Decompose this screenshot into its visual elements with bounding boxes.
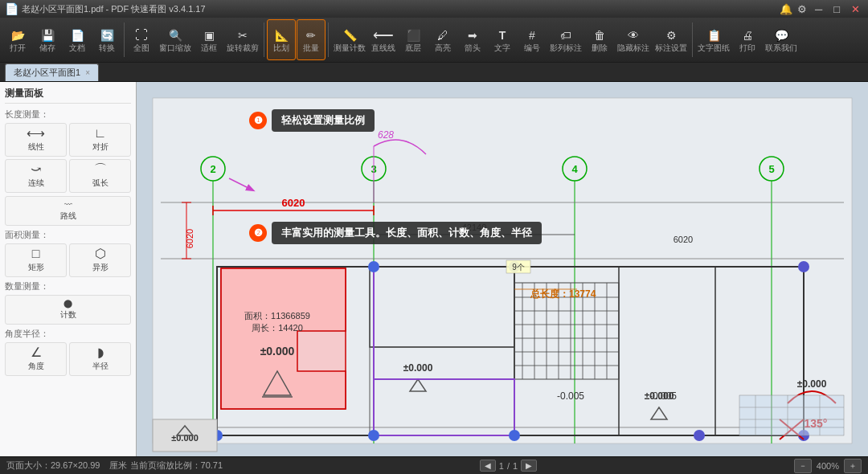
page-size-label: 页面大小：29.67×20.99 xyxy=(6,460,100,472)
tool-angle[interactable]: ∠ 角度 xyxy=(5,342,67,376)
zoom-out-button[interactable]: － xyxy=(794,459,812,473)
svg-rect-81 xyxy=(153,419,217,452)
svg-point-11 xyxy=(760,157,784,181)
toolbar-number[interactable]: # 编号 xyxy=(518,19,547,60)
settings-icon[interactable]: ⚙ xyxy=(797,3,807,15)
svg-text:2: 2 xyxy=(210,163,215,175)
toolbar-measure[interactable]: 📐 比划 xyxy=(267,19,296,60)
maximize-icon[interactable]: □ xyxy=(830,3,843,15)
tool-count[interactable]: ⬤ 计数 xyxy=(5,295,131,325)
toolbar-doc[interactable]: 📄 文档 xyxy=(63,19,92,60)
next-page-button[interactable]: ▶ xyxy=(521,460,537,472)
delete-icon: 🗑 xyxy=(592,27,608,43)
tool-rect-label: 矩形 xyxy=(28,262,44,273)
toolbar-drawline[interactable]: 📏 测量计数 xyxy=(331,19,368,60)
tool-continuous-label: 连续 xyxy=(28,178,44,189)
tool-route[interactable]: 〰 路线 xyxy=(5,196,131,226)
toolbar-convert[interactable]: 🔄 转换 xyxy=(92,19,121,60)
zoom-level: 400% xyxy=(817,461,839,471)
callout-1-text: 轻松设置测量比例 xyxy=(272,109,375,132)
toolbar-delete[interactable]: 🗑 删除 xyxy=(585,19,614,60)
toolbar-text[interactable]: T 文字 xyxy=(488,19,517,60)
tool-freeform[interactable]: ⬡ 异形 xyxy=(69,243,131,277)
svg-text:6020: 6020 xyxy=(674,235,693,244)
svg-point-66 xyxy=(368,261,379,272)
save-icon: 💾 xyxy=(39,27,55,43)
angle-icon: ∠ xyxy=(31,346,42,359)
toolbar-straightline[interactable]: ⟵ 直线线 xyxy=(369,19,398,60)
toolbar-open[interactable]: 📂 打开 xyxy=(3,19,32,60)
page-current: 1 xyxy=(499,461,504,471)
tab-close[interactable]: × xyxy=(85,68,90,77)
svg-rect-74 xyxy=(506,260,530,273)
svg-text:±0.000: ±0.000 xyxy=(171,433,199,443)
area-icon: ⬛ xyxy=(405,27,421,43)
close-icon[interactable]: ✕ xyxy=(848,3,863,15)
tool-arclength[interactable]: ⌒ 弧长 xyxy=(69,159,131,193)
toolbar-fullscreen[interactable]: ⛶ 全图 xyxy=(127,19,156,60)
titlebar-left: 📄 老赵小区平面图1.pdf - PDF 快速看图 v3.4.1.17 xyxy=(5,2,206,15)
toolbar-window-label: 窗口缩放 xyxy=(159,44,191,52)
shadow-icon: 🏷 xyxy=(558,27,574,43)
toolbar-save[interactable]: 💾 储存 xyxy=(33,19,62,60)
window-icon: 🔍 xyxy=(167,27,183,43)
toolbar-convert-label: 转换 xyxy=(99,44,115,52)
titlebar: 📄 老赵小区平面图1.pdf - PDF 快速看图 v3.4.1.17 🔔 ⚙ … xyxy=(0,0,868,18)
svg-line-79 xyxy=(780,419,804,439)
toolbar-fitframe[interactable]: ▣ 适框 xyxy=(194,19,223,60)
prev-page-button[interactable]: ◀ xyxy=(480,460,496,472)
number-icon: # xyxy=(524,27,540,43)
svg-marker-32 xyxy=(221,268,346,409)
toolbar-marksettings[interactable]: ⚙ 标注设置 xyxy=(653,19,690,60)
blueprint-canvas[interactable]: 2 3 4 5 6020 6020 xyxy=(137,82,868,456)
toolbar-markup[interactable]: ✏ 批量 xyxy=(297,19,326,60)
svg-text:135°: 135° xyxy=(805,417,828,430)
svg-marker-62 xyxy=(651,407,667,419)
toolbar-rotate[interactable]: ✂ 旋转裁剪 xyxy=(224,19,261,60)
toolbar-hide[interactable]: 👁 隐藏标注 xyxy=(615,19,652,60)
svg-rect-0 xyxy=(137,82,868,456)
tool-linear[interactable]: ⟷ 线性 xyxy=(5,123,67,157)
tool-fold[interactable]: ∟ 对折 xyxy=(69,123,131,157)
svg-point-2 xyxy=(201,157,225,181)
minimize-icon[interactable]: ─ xyxy=(812,3,825,15)
toolbar-arrow[interactable]: ➡ 箭头 xyxy=(458,19,487,60)
svg-point-69 xyxy=(509,430,520,441)
toolbar-text-label: 文字 xyxy=(494,44,510,52)
svg-text:3: 3 xyxy=(371,163,376,175)
svg-text:±0.000: ±0.000 xyxy=(797,378,827,390)
tool-freeform-label: 异形 xyxy=(92,262,108,273)
toolbar-area[interactable]: ⬛ 底层 xyxy=(399,19,428,60)
toolbar-highlight[interactable]: 🖊 高亮 xyxy=(428,19,457,60)
svg-marker-83 xyxy=(177,426,193,435)
tool-rect[interactable]: □ 矩形 xyxy=(5,243,67,277)
main-tab[interactable]: 老赵小区平面图1 × xyxy=(5,63,99,81)
angle-section-title: 角度半径： xyxy=(5,328,131,340)
statusbar: 页面大小：29.67×20.99 厘米 当前页缩放比例：70.71 ◀ 1 / … xyxy=(0,456,868,474)
bell-icon[interactable]: 🔔 xyxy=(780,3,792,15)
page-sep: / xyxy=(507,461,510,471)
fold-icon: ∟ xyxy=(94,127,107,140)
tool-continuous[interactable]: ⤻ 连续 xyxy=(5,159,67,193)
tool-radius[interactable]: ◗ 半径 xyxy=(69,342,131,376)
toolbar-print[interactable]: 🖨 打印 xyxy=(733,19,762,60)
svg-text:±0.000: ±0.000 xyxy=(645,390,674,402)
toolbar-window[interactable]: 🔍 窗口缩放 xyxy=(157,19,194,60)
sep1 xyxy=(124,22,125,57)
svg-rect-40 xyxy=(370,347,514,435)
toolbar-textdoc[interactable]: 📋 文字图纸 xyxy=(695,19,732,60)
svg-rect-44 xyxy=(514,283,619,379)
blueprint-svg: 2 3 4 5 6020 6020 xyxy=(137,82,868,456)
svg-text:628: 628 xyxy=(378,129,394,141)
angle-tools: ∠ 角度 ◗ 半径 xyxy=(5,342,131,376)
length-tools: ⟷ 线性 ∟ 对折 ⤻ 连续 ⌒ 弧长 xyxy=(5,123,131,193)
marksettings-icon: ⚙ xyxy=(663,27,679,43)
textdoc-icon: 📋 xyxy=(706,27,722,43)
toolbar-shadow[interactable]: 🏷 影列标注 xyxy=(547,19,584,60)
toolbar-contact[interactable]: 💬 联系我们 xyxy=(763,19,800,60)
title-text: 老赵小区平面图1.pdf - PDF 快速看图 v3.4.1.17 xyxy=(22,3,206,15)
count-icon: ⬤ xyxy=(63,299,72,308)
zoom-in-button[interactable]: ＋ xyxy=(844,459,862,473)
toolbar-hide-label: 隐藏标注 xyxy=(617,44,649,52)
tool-route-label: 路线 xyxy=(60,210,76,222)
